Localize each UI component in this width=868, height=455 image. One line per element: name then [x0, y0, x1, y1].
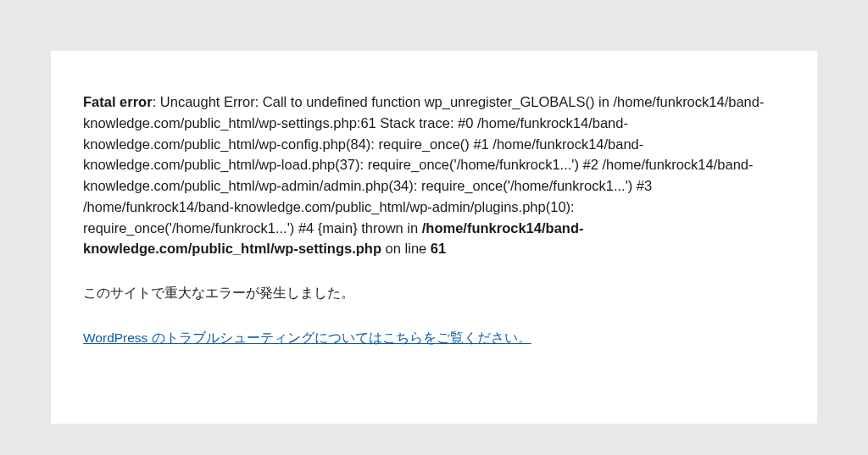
error-body-part2: on line — [381, 241, 431, 256]
php-fatal-error-message: Fatal error: Uncaught Error: Call to und… — [83, 92, 785, 259]
error-panel: Fatal error: Uncaught Error: Call to und… — [51, 51, 817, 424]
critical-error-notice: このサイトで重大なエラーが発生しました。 — [83, 283, 785, 304]
wordpress-troubleshooting-link[interactable]: WordPress のトラブルシューティングについてはこちらをご覧ください。 — [83, 330, 531, 345]
error-body-part1: : Uncaught Error: Call to undefined func… — [83, 94, 764, 236]
error-label: Fatal error — [83, 94, 153, 109]
error-line-number: 61 — [431, 241, 446, 256]
